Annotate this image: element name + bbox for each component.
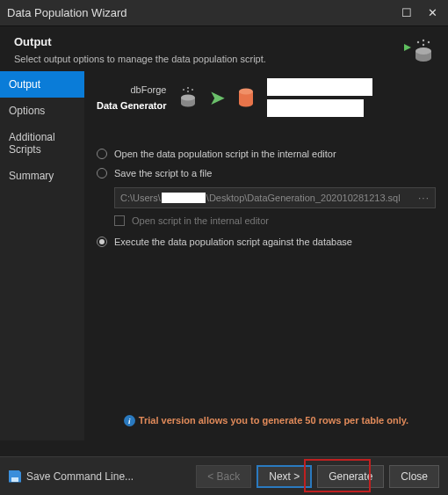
- svg-point-14: [187, 91, 189, 92]
- titlebar: Data Population Wizard ☐ ✕: [0, 0, 448, 26]
- page-title: Output: [14, 35, 434, 48]
- radio-execute[interactable]: [97, 237, 107, 247]
- svg-point-6: [428, 41, 430, 43]
- window-title: Data Population Wizard: [7, 6, 127, 19]
- close-button[interactable]: Close: [389, 465, 439, 488]
- sidebar-item-output[interactable]: Output: [0, 71, 84, 98]
- maximize-icon[interactable]: ☐: [401, 7, 412, 18]
- save-command-line-button[interactable]: Save Command Line...: [9, 470, 134, 483]
- path-suffix: \Desktop\DataGeneration_202010281213.sql: [206, 193, 401, 203]
- browse-icon[interactable]: ···: [418, 192, 430, 204]
- sidebar-item-options[interactable]: Options: [0, 98, 84, 124]
- radio-save-file[interactable]: [97, 168, 107, 178]
- next-button[interactable]: Next >: [257, 465, 312, 488]
- save-cmd-label: Save Command Line...: [26, 470, 134, 483]
- connection-field-2: [267, 99, 364, 117]
- dbforge-label: dbForge: [97, 82, 166, 98]
- sidebar-item-summary[interactable]: Summary: [0, 163, 84, 189]
- database-icon: [237, 87, 255, 108]
- svg-point-3: [415, 47, 431, 55]
- main-panel: dbForge Data Generator ➤: [84, 71, 448, 440]
- svg-point-4: [417, 41, 419, 43]
- svg-point-13: [191, 89, 193, 91]
- radio-open-editor[interactable]: [97, 149, 107, 159]
- save-icon: [9, 470, 21, 483]
- arrow-icon: ➤: [210, 87, 225, 108]
- trial-notice: iTrial version allows you to generate 50…: [97, 415, 436, 433]
- svg-point-10: [181, 95, 195, 101]
- generator-play-icon: [404, 37, 436, 65]
- close-icon[interactable]: ✕: [428, 7, 437, 18]
- checkbox-open-script-label: Open script in the internal editor: [132, 215, 269, 226]
- generate-button[interactable]: Generate: [317, 465, 384, 488]
- header: Output Select output options to manage t…: [0, 26, 448, 71]
- footer: Save Command Line... < Back Next > Gener…: [0, 456, 448, 495]
- generator-icon: [178, 86, 198, 109]
- trial-text: Trial version allows you to generate 50 …: [139, 415, 408, 426]
- info-icon: i: [124, 415, 135, 426]
- generator-label: Data Generator: [97, 98, 166, 113]
- opt-open-editor-label: Open the data population script in the i…: [114, 149, 336, 159]
- svg-point-12: [187, 87, 189, 89]
- page-desc: Select output options to manage the data…: [14, 54, 434, 64]
- svg-point-11: [183, 89, 184, 91]
- svg-point-7: [423, 44, 424, 46]
- path-input[interactable]: C:\Users\ \Desktop\DataGeneration_202010…: [114, 187, 436, 208]
- svg-marker-0: [404, 44, 411, 51]
- connection-field-1: [267, 78, 372, 96]
- path-redacted: [162, 193, 206, 203]
- opt-save-file-label: Save the script to a file: [114, 168, 212, 178]
- svg-point-5: [423, 40, 424, 41]
- sidebar-item-additional-scripts[interactable]: Additional Scripts: [0, 124, 84, 163]
- sidebar: Output Options Additional Scripts Summar…: [0, 71, 84, 440]
- opt-execute-label: Execute the data population script again…: [114, 237, 352, 247]
- back-button: < Back: [196, 465, 251, 488]
- svg-point-17: [239, 89, 253, 95]
- path-prefix: C:\Users\: [120, 193, 161, 203]
- checkbox-open-script[interactable]: [114, 215, 125, 226]
